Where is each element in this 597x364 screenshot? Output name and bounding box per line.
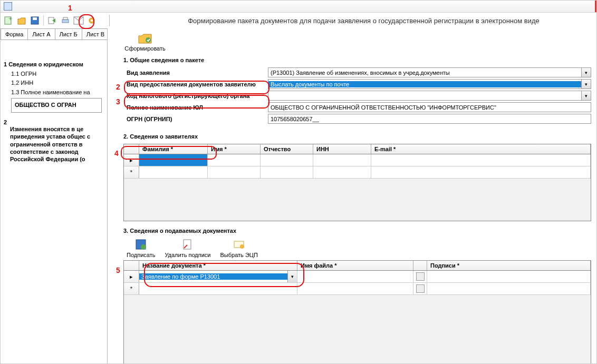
doc-toolbar: Подписать Удалить подписи Выбрать ЭЦП xyxy=(127,238,591,258)
col-email[interactable]: E-mail * xyxy=(371,144,591,154)
attach-button[interactable] xyxy=(416,272,425,281)
col-firstname[interactable]: Имя * xyxy=(208,144,261,154)
table-row[interactable]: ▸ Заявление по форме Р13001▾ xyxy=(124,271,591,283)
gear-icon[interactable] xyxy=(86,15,98,26)
tree-name[interactable]: 1.3 Полное наименование на xyxy=(4,88,104,97)
svg-rect-5 xyxy=(62,19,69,23)
svg-rect-3 xyxy=(33,17,37,20)
col-filename[interactable]: Имя файла * xyxy=(297,261,413,270)
sign-button[interactable]: Подписать xyxy=(127,238,155,258)
tab-list-v[interactable]: Лист В xyxy=(82,28,108,40)
select-vid-zayav[interactable]: (Р13001) Заявление об изменениях, вносим… xyxy=(268,67,591,77)
save-icon[interactable] xyxy=(29,15,41,26)
red-edge xyxy=(595,1,596,12)
section2-title: 2. Сведения о заявителях xyxy=(123,133,591,140)
mail-icon[interactable] xyxy=(73,15,84,26)
input-fullname[interactable] xyxy=(268,102,591,112)
table-row-new[interactable]: * xyxy=(124,283,591,295)
label-fullname: Полное наименование ЮЛ xyxy=(123,104,268,111)
chevron-down-icon[interactable]: ▾ xyxy=(581,68,591,77)
label-vid-zayav: Вид заявления xyxy=(123,70,268,76)
col-sign[interactable]: Подписи * xyxy=(427,261,591,270)
print-icon[interactable] xyxy=(60,15,71,26)
select-vid-pred[interactable]: Выслать документы по почте▾ xyxy=(268,79,591,89)
col-middlename[interactable]: Отчество xyxy=(261,144,313,154)
svg-text:+: + xyxy=(9,16,12,22)
tab-form[interactable]: Форма xyxy=(1,28,28,40)
table-row-new[interactable]: * xyxy=(124,166,591,179)
tab-list-b[interactable]: Лист Б xyxy=(55,28,82,40)
tree-para-num: 2 xyxy=(4,118,10,163)
input-ogrn[interactable] xyxy=(268,114,591,124)
left-toolbar: + xyxy=(1,15,110,26)
delete-sign-button[interactable]: Удалить подписи xyxy=(165,238,210,258)
svg-point-15 xyxy=(240,244,244,249)
chevron-down-icon[interactable]: ▾ xyxy=(581,80,591,88)
form-package-button[interactable]: Сформировать xyxy=(123,32,167,52)
section3-title: 3. Сведения о подаваемых документах xyxy=(123,228,591,234)
page-title: Формирование пакета документов для подач… xyxy=(110,17,596,25)
table-row[interactable]: ▸ xyxy=(124,154,591,166)
applicants-grid: Фамилия * Имя * Отчество ИНН E-mail * ▸ … xyxy=(123,144,591,221)
chevron-down-icon[interactable]: ▾ xyxy=(287,271,297,282)
label-ogrn: ОГРН (ОГРНИП) xyxy=(123,116,268,122)
svg-point-10 xyxy=(146,37,151,43)
tab-list-a[interactable]: Лист А xyxy=(27,28,55,40)
tree-name-value: ОБЩЕСТВО С ОГРАН xyxy=(11,98,102,113)
col-lastname[interactable]: Фамилия * xyxy=(139,144,208,154)
tree-ogrn[interactable]: 1.1 ОГРН xyxy=(4,70,104,79)
choose-cert-button[interactable]: Выбрать ЭЦП xyxy=(220,238,258,258)
tree-inn[interactable]: 1.2 ИНН xyxy=(4,78,104,88)
monitor-icon xyxy=(4,2,12,11)
cell-docname: Заявление по форме Р13001 xyxy=(139,273,287,280)
col-docname[interactable]: Название документа * xyxy=(139,261,297,270)
tree-root[interactable]: 1 Сведения о юридическом xyxy=(4,60,104,70)
export-icon[interactable] xyxy=(46,15,58,26)
select-kod[interactable]: ▾ xyxy=(268,91,591,101)
label-kod: Код налогового (регистрирующего) органа xyxy=(123,93,268,99)
nav-tree: 1 Сведения о юридическом 1.1 ОГРН 1.2 ИН… xyxy=(1,40,107,166)
left-tabs: Форма Лист А Лист Б Лист В xyxy=(1,28,107,40)
tree-paragraph: Изменения вносятся в це приведения устав… xyxy=(10,125,104,163)
col-inn[interactable]: ИНН xyxy=(313,144,371,154)
cell-lastname[interactable] xyxy=(139,154,208,166)
svg-point-9 xyxy=(91,19,93,22)
documents-grid: Название документа * Имя файла * Подписи… xyxy=(123,260,591,364)
label-vid-pred: Вид предоставления документов заявителю xyxy=(123,81,268,87)
section1-title: 1. Общие сведения о пакете xyxy=(123,57,591,63)
svg-rect-6 xyxy=(63,17,68,19)
open-icon[interactable] xyxy=(16,15,27,26)
cell-filename[interactable] xyxy=(297,271,413,282)
new-icon[interactable]: + xyxy=(3,15,14,26)
svg-point-12 xyxy=(141,244,146,250)
attach-button[interactable] xyxy=(416,284,425,293)
chevron-down-icon[interactable]: ▾ xyxy=(581,91,591,100)
